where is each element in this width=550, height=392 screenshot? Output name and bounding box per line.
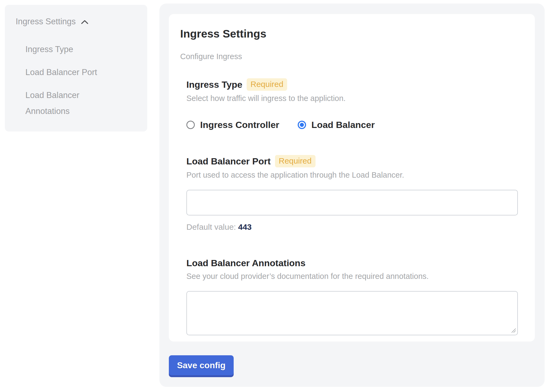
default-value-line: Default value:443 [186,222,518,232]
sidebar-item-load-balancer-annotations[interactable]: Load Balancer Annotations [25,87,117,119]
field-label-row: Ingress Type Required [186,78,518,91]
sidebar-item-ingress-type[interactable]: Ingress Type [25,41,117,57]
load-balancer-port-input[interactable] [186,190,518,215]
ingress-type-radio-group: Ingress Controller Load Balancer [186,120,518,130]
sidebar-section-ingress-settings[interactable]: Ingress Settings [16,16,136,28]
ingress-type-description: Select how traffic will ingress to the a… [186,94,518,103]
load-balancer-port-description: Port used to access the application thro… [186,171,518,180]
ingress-type-label: Ingress Type [186,79,242,90]
section-load-balancer-annotations: Load Balancer Annotations See your cloud… [186,258,518,335]
default-value-label: Default value: [186,222,236,231]
form-sections: Ingress Type Required Select how traffic… [180,78,518,335]
load-balancer-annotations-label: Load Balancer Annotations [186,258,306,269]
radio-selected-icon[interactable] [298,121,306,129]
load-balancer-annotations-description: See your cloud provider’s documentation … [186,272,518,281]
chevron-up-icon[interactable] [81,20,88,24]
radio-label: Ingress Controller [200,120,279,130]
page-subtitle: Configure Ingress [180,52,518,61]
save-config-button[interactable]: Save config [169,355,234,375]
field-label-row: Load Balancer Annotations [186,258,518,269]
annotations-textarea-wrap [186,291,518,335]
field-label-row: Load Balancer Port Required [186,155,518,167]
sidebar-list: Ingress Type Load Balancer Port Load Bal… [16,41,136,119]
default-value: 443 [238,222,251,231]
required-badge: Required [275,155,316,167]
radio-label: Load Balancer [311,120,375,130]
settings-panel: Ingress Settings Configure Ingress Ingre… [159,4,545,387]
section-ingress-type: Ingress Type Required Select how traffic… [186,78,518,130]
settings-nav-sidebar: Ingress Settings Ingress Type Load Balan… [5,5,147,131]
radio-load-balancer[interactable]: Load Balancer [298,120,375,130]
required-badge: Required [247,78,287,91]
load-balancer-annotations-textarea[interactable] [186,291,518,335]
section-load-balancer-port: Load Balancer Port Required Port used to… [186,155,518,232]
resize-handle-icon[interactable] [511,328,516,333]
ingress-settings-card: Ingress Settings Configure Ingress Ingre… [169,14,535,342]
sidebar-section-label: Ingress Settings [16,16,76,28]
sidebar-item-load-balancer-port[interactable]: Load Balancer Port [25,64,117,80]
load-balancer-port-label: Load Balancer Port [186,156,271,167]
radio-unselected-icon[interactable] [186,121,195,129]
page-title: Ingress Settings [180,28,518,40]
radio-ingress-controller[interactable]: Ingress Controller [186,120,279,130]
